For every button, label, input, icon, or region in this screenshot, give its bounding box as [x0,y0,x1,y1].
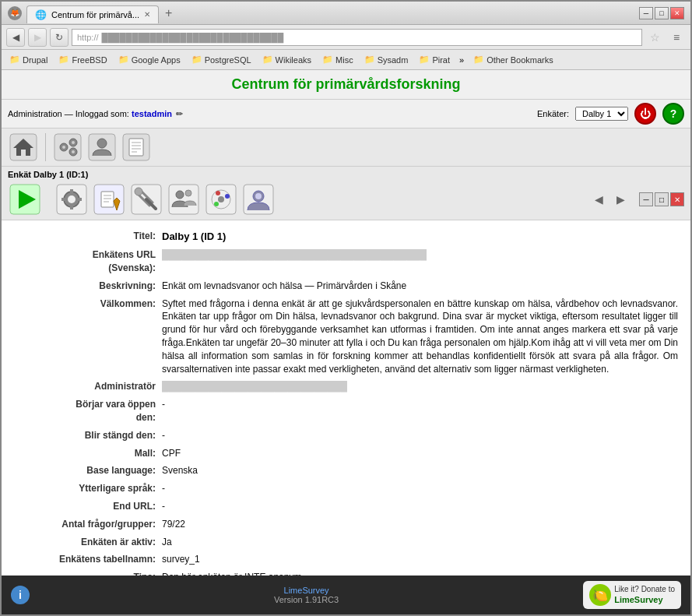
folder-icon: 📁 [322,55,333,65]
reload-button[interactable]: ↻ [50,28,68,47]
bookmark-misc[interactable]: 📁 Misc [318,53,358,66]
edit-pen-icon[interactable]: ✏ [176,109,183,118]
bookmark-pirat[interactable]: 📁 Pirat [414,53,455,66]
bookmark-freebsd[interactable]: 📁 FreeBSD [54,53,111,66]
user-tool-button[interactable] [86,132,118,163]
play-icon [9,184,40,215]
document-tool-button[interactable] [121,132,152,163]
more-bookmarks-button[interactable]: » [456,54,467,66]
url-value: ████████████████████████████████████████ [162,248,678,275]
tablename-row: Enkätens tabellnamn: survey_1 [14,553,678,566]
bookmark-sysadm[interactable]: 📁 Sysadm [360,53,413,66]
title-bar: 🦊 🌐 Centrum för primärvå... ✕ + ─ □ ✕ [2,2,690,25]
minimize-button[interactable]: ─ [639,7,653,19]
folder-icon: 📁 [58,55,69,65]
admin-right: Enkäter: Dalby 1 ⏻ ? [537,103,684,125]
help-button[interactable]: ? [662,103,684,125]
survey-restore-button[interactable]: □ [655,192,669,206]
svg-point-42 [218,196,224,202]
svg-rect-24 [61,198,66,201]
enkater-select[interactable]: Dalby 1 [575,107,628,121]
version-text: Version 1.91RC3 [274,595,339,604]
menu-button[interactable]: ≡ [667,28,686,47]
url-masked: ████████████████████████████████████████ [162,249,427,260]
survey-settings-button[interactable] [54,182,89,216]
svg-point-45 [214,202,219,206]
svg-rect-12 [129,139,143,156]
window-controls: ─ □ ✕ [639,7,684,19]
next-arrow-button[interactable]: ▶ [611,190,630,209]
address-bar[interactable]: http:// ██████████████████████████████ [72,29,642,46]
survey-minimize-button[interactable]: ─ [639,192,653,206]
survey-id-label: Enkät Dalby 1 (ID:1) [8,170,684,179]
title-row: Titel: Dalby 1 (ID 1) [14,230,678,244]
active-value: Ja [162,536,678,549]
description-label: Beskrivning: [14,280,162,293]
prev-arrow-button[interactable]: ◀ [589,190,608,209]
new-tab-button[interactable]: + [159,3,178,23]
active-tab[interactable]: 🌐 Centrum för primärvå... ✕ [26,5,159,23]
tab-label: Centrum för primärvå... [51,10,139,19]
svg-point-10 [97,139,107,148]
admin-value: ████████████████████████████ [162,380,678,393]
bookmark-star-icon[interactable]: ☆ [645,28,664,47]
description-row: Beskrivning: Enkät om levnadsvanor och h… [14,280,678,293]
base-lang-row: Base language: Svenska [14,464,678,477]
tools-button[interactable] [129,182,163,216]
bookmark-drupal[interactable]: 📁 Drupal [5,53,52,66]
welcome-label: Välkommen: [14,297,162,376]
folder-icon: 📁 [118,55,129,65]
title-value: Dalby 1 (ID 1) [162,230,678,244]
site-header: Centrum för primärvårdsforskning [2,70,690,100]
questions-row: Antal frågor/grupper: 79/22 [14,518,678,531]
title-bar-left: 🦊 🌐 Centrum för primärvå... ✕ + [8,3,178,23]
logout-button[interactable]: ⏻ [634,103,656,125]
home-tool-button[interactable] [8,132,39,163]
template-label: Mall: [14,447,162,460]
bookmark-wikileaks[interactable]: 📁 Wikileaks [258,53,316,66]
end-url-value: - [162,500,678,513]
extra-lang-label: Ytterligare språk: [14,482,162,495]
address-content: ██████████████████████████████ [102,33,284,42]
statistics-button[interactable] [204,182,238,216]
svg-point-6 [62,146,65,149]
avatar-icon [243,184,274,215]
tab-close-icon[interactable]: ✕ [144,10,150,19]
donate-button[interactable]: 🍋 Like it? Donate to LimeSurvey [583,581,681,609]
browser-window: 🦊 🌐 Centrum för primärvå... ✕ + ─ □ ✕ ◀ … [0,0,692,616]
play-survey-button[interactable] [8,182,42,216]
settings-tool-button[interactable] [52,132,83,163]
nav-bar: ◀ ▶ ↻ http:// ██████████████████████████… [2,25,690,50]
bookmark-other[interactable]: 📁 Other Bookmarks [469,53,558,66]
admin-info: Administration — Inloggad som: testadmin… [8,109,183,119]
admin-masked: ████████████████████████████ [162,381,347,392]
gear-icon [56,184,87,215]
bookmark-google-apps[interactable]: 📁 Google Apps [114,53,185,66]
svg-point-48 [255,193,262,199]
participants-button[interactable] [167,182,201,216]
questions-value: 79/22 [162,518,678,531]
svg-rect-23 [70,205,73,209]
forward-button[interactable]: ▶ [28,28,47,47]
home-icon [9,132,38,162]
svg-point-44 [225,194,230,199]
edit-survey-button[interactable] [92,182,126,216]
responses-button[interactable] [241,182,276,216]
limesurvey-logo: 🍋 [589,584,611,606]
donate-text: Like it? Donate to LimeSurvey [614,584,675,605]
page-content: Centrum för primärvårdsforskning Adminis… [2,70,690,614]
folder-icon: 📁 [419,55,430,65]
bookmark-postgresql[interactable]: 📁 PostgreSQL [187,53,256,66]
settings-icon [53,132,83,162]
svg-rect-25 [77,198,82,201]
survey-close-button[interactable]: ✕ [670,192,684,206]
folder-icon: 📁 [473,55,484,65]
document-icon [121,132,151,162]
admin-label: Administratör [14,380,162,393]
close-button[interactable]: ✕ [670,7,684,19]
back-button[interactable]: ◀ [6,28,25,47]
admin-prefix: Administration — Inloggad som: [8,109,129,118]
limesurvey-link[interactable]: LimeSurvey [284,586,329,595]
info-icon: i [11,586,30,604]
maximize-button[interactable]: □ [655,7,669,19]
